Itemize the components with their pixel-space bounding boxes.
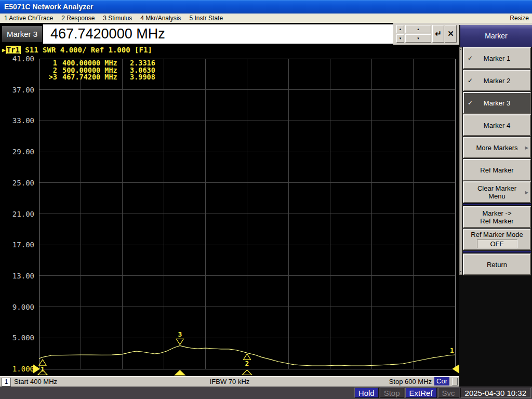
status-hold: Hold (354, 388, 379, 398)
up-arrow-icon: ▲ (417, 28, 420, 31)
titlebar: E5071C Network Analyzer (0, 0, 532, 14)
y-axis-label: 41.00 (0, 55, 34, 63)
active-trace-pointer-icon: ▶ (2, 47, 6, 54)
svg-text:2: 2 (245, 360, 249, 367)
menu-4-mkr-analysis[interactable]: 4 Mkr/Analysis (136, 14, 185, 23)
marker-readout-row: >3467.74200 MHz3.9908 (44, 74, 155, 81)
entry-field-label: Marker 3 (2, 26, 42, 42)
y-axis-label: 17.00 (0, 241, 34, 249)
correction-badge: Cor (434, 377, 449, 385)
start-frequency-label: Start 400 MHz (14, 378, 57, 385)
system-status-bar: HoldStopExtRefSvc 2025-04-30 10:32 (0, 387, 532, 399)
submenu-arrow-icon: ▶ (525, 189, 528, 196)
softkey-ref-marker[interactable]: Ref Marker (463, 159, 531, 181)
status-svc: Svc (438, 388, 459, 398)
app-window: E5071C Network Analyzer 1 Active Ch/Trac… (0, 0, 532, 399)
spin-large-down-button[interactable]: ▼ (405, 34, 431, 43)
softkey-ref-marker-mode[interactable]: Ref Marker ModeOFF (463, 229, 531, 250)
softkey-separator (463, 204, 531, 205)
down-arrow-icon: ▼ (417, 37, 420, 40)
menu-1-active-ch-trace[interactable]: 1 Active Ch/Trace (0, 14, 57, 23)
marker-entry-bar: Marker 3 467.7420000 MHz ▲ ▼ ▲ ▼ ↵ ✕ (0, 23, 532, 45)
softkey-marker-ref-marker[interactable]: Marker ->Ref Marker (463, 206, 531, 228)
channel-status-bar: 1 Start 400 MHz IFBW 70 kHz Stop 600 MHz… (0, 376, 459, 387)
up-arrow-icon: ▲ (399, 28, 402, 31)
svg-text:3: 3 (178, 330, 182, 338)
check-icon: ✓ (468, 55, 473, 62)
window-title: E5071C Network Analyzer (4, 3, 93, 11)
down-arrow-icon: ▼ (399, 37, 402, 40)
marker-stimulus-input[interactable]: 467.7420000 MHz (43, 24, 393, 44)
y-axis-label: 33.00 (0, 116, 34, 125)
softkey-marker-4[interactable]: Marker 4 (463, 114, 531, 136)
analyzer-screen: 1231 ▶Tr1 S11 SWR 4.000/ Ref 1.000 [F1] … (0, 45, 459, 376)
status-extref: ExtRef (405, 388, 437, 398)
check-icon: ✓ (468, 99, 473, 107)
status-stop: Stop (380, 388, 404, 398)
y-axis-label: 37.00 (0, 86, 34, 94)
softkey-value-box: OFF (477, 240, 517, 248)
softkey-scrollbar[interactable] (459, 47, 462, 275)
menu-2-response[interactable]: 2 Response (57, 14, 99, 23)
menubar: 1 Active Ch/Trace2 Response3 Stimulus4 M… (0, 14, 532, 23)
trace-format-text: S11 SWR 4.000/ Ref 1.000 [F1] (21, 46, 152, 54)
entry-controls-panel: ▲ ▼ ▲ ▼ ↵ ✕ (393, 23, 459, 45)
softkey-separator (463, 251, 531, 252)
softkey-menu-title: Marker (460, 25, 532, 47)
softkey-sidebar: Marker ✓Marker 1✓Marker 2✓Marker 3Marker… (459, 25, 532, 387)
spin-large-up-button[interactable]: ▲ (405, 25, 431, 33)
enter-button[interactable]: ↵ (432, 25, 444, 43)
y-axis-label: 9.000 (0, 303, 34, 311)
close-entry-button[interactable]: ✕ (445, 25, 457, 43)
check-icon: ✓ (468, 77, 473, 85)
softkey-marker-2[interactable]: ✓Marker 2 (463, 70, 531, 91)
softkey-clear-marker-menu[interactable]: Clear MarkerMenu▶ (463, 181, 531, 203)
corner-box (452, 378, 458, 385)
softkey-more-markers[interactable]: More Markers▶ (463, 137, 531, 158)
menu-5-instr-state[interactable]: 5 Instr State (185, 14, 227, 23)
datetime-display: 2025-04-30 10:32 (460, 388, 531, 398)
trace-status-line: ▶Tr1 S11 SWR 4.000/ Ref 1.000 [F1] (2, 46, 152, 54)
marker-readout-table: 1400.00000 MHz2.3316 2500.00000 MHz3.063… (44, 60, 155, 81)
svg-text:1: 1 (450, 347, 454, 354)
swr-plot: 1231 (0, 45, 459, 376)
menu-3-stimulus[interactable]: 3 Stimulus (99, 14, 136, 23)
y-axis-label: 1.000 (0, 365, 34, 373)
ifbw-label: IFBW 70 kHz (210, 378, 250, 385)
submenu-arrow-icon: ▶ (525, 144, 528, 152)
active-trace-badge: Tr1 (6, 46, 21, 54)
softkey-marker-3[interactable]: ✓Marker 3 (463, 92, 531, 114)
close-icon: ✕ (447, 29, 454, 38)
channel-number-badge: 1 (2, 378, 11, 387)
y-axis-label: 29.00 (0, 148, 34, 156)
enter-icon: ↵ (435, 29, 442, 38)
y-axis-label: 5.000 (0, 334, 34, 342)
y-axis-label: 13.00 (0, 272, 34, 280)
stop-frequency-label: Stop 600 MHz (389, 378, 432, 385)
softkey-marker-1[interactable]: ✓Marker 1 (463, 47, 531, 69)
y-axis-label: 25.00 (0, 179, 34, 187)
softkey-return[interactable]: Return (463, 254, 531, 275)
spin-small-down-button[interactable]: ▼ (396, 34, 404, 43)
spin-small-up-button[interactable]: ▲ (396, 25, 404, 33)
resize-button[interactable]: Resize (510, 14, 529, 23)
y-axis-label: 21.00 (0, 210, 34, 218)
